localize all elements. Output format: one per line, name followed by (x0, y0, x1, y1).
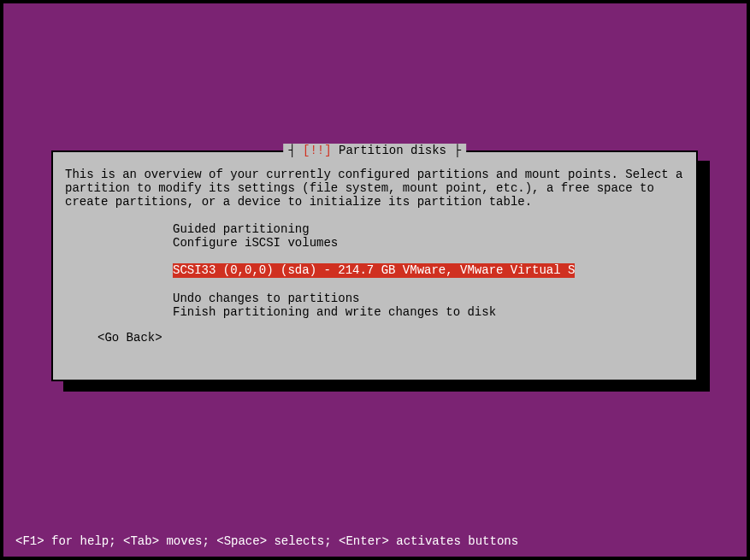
help-bar: <F1> for help; <Tab> moves; <Space> sele… (15, 534, 518, 548)
dialog-content: This is an overview of your currently co… (53, 152, 696, 360)
menu-item-undo-changes[interactable]: Undo changes to partitions (173, 292, 684, 305)
menu-item-guided-partitioning[interactable]: Guided partitioning (173, 222, 684, 236)
menu-spacer (173, 250, 684, 263)
title-text: Partition disks (332, 144, 446, 157)
installer-background: ┤ [!!] Partition disks ├ This is an over… (3, 3, 747, 557)
title-prefix: ┤ (288, 144, 303, 157)
title-marker: [!!] (303, 144, 332, 157)
title-suffix: ├ (446, 144, 461, 157)
menu-spacer (173, 278, 684, 292)
dialog-title: ┤ [!!] Partition disks ├ (283, 144, 466, 157)
dialog-description: This is an overview of your currently co… (65, 168, 684, 209)
go-back-button[interactable]: <Go Back> (97, 331, 684, 345)
menu-item-configure-iscsi[interactable]: Configure iSCSI volumes (173, 236, 684, 250)
menu-item-disk-sda[interactable]: SCSI33 (0,0,0) (sda) - 214.7 GB VMware, … (173, 263, 575, 277)
menu-list: Guided partitioning Configure iSCSI volu… (173, 222, 684, 318)
menu-item-finish-partitioning[interactable]: Finish partitioning and write changes to… (173, 305, 684, 319)
partition-disks-dialog: ┤ [!!] Partition disks ├ This is an over… (51, 150, 698, 381)
